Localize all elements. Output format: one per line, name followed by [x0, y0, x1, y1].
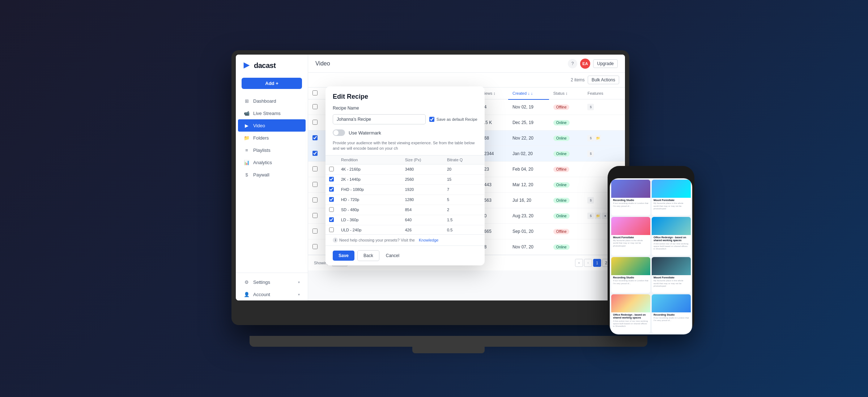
rendition-row: SD - 480p 854 2: [326, 205, 485, 215]
phone-content: Recording Studio If our recording studio…: [610, 178, 692, 334]
phone-card-image: [652, 257, 691, 275]
rendition-row: FHD - 1080p 1920 7: [326, 184, 485, 195]
upgrade-button[interactable]: Upgrade: [593, 59, 618, 68]
sidebar-item-playlists[interactable]: ≡ Playlists: [238, 144, 306, 156]
col-status[interactable]: Status ↕: [549, 87, 583, 99]
save-button[interactable]: Save: [333, 251, 354, 261]
phone-card[interactable]: Recording Studio If our recording studio…: [652, 294, 691, 333]
rendition-checkbox[interactable]: [329, 227, 334, 232]
rendition-checkbox[interactable]: [329, 197, 334, 202]
sidebar-item-label: Paywall: [253, 172, 269, 178]
rendition-name: 4K - 2160p: [337, 164, 401, 174]
row-created: Sep 01, 20: [508, 224, 549, 239]
select-all-checkbox[interactable]: [312, 90, 318, 95]
page-first-button[interactable]: «: [575, 259, 583, 267]
feature-icon[interactable]: 📁: [595, 213, 601, 219]
sidebar-item-live-streams[interactable]: 📹 Live Streams: [238, 107, 306, 119]
back-button[interactable]: Back: [357, 250, 379, 261]
rendition-size: 2560: [401, 174, 443, 184]
sidebar-item-label: Video: [253, 123, 265, 128]
rendition-name: SD - 480p: [337, 205, 401, 215]
row-created: Feb 04, 20: [508, 162, 549, 177]
status-badge: Online: [553, 244, 570, 250]
rendition-checkbox[interactable]: [329, 217, 334, 222]
phone-card[interactable]: Recording Studio If our recording studio…: [611, 180, 650, 215]
logo: dacast: [236, 60, 308, 78]
phone-card[interactable]: Mount Forestlake My favourite place in t…: [611, 217, 650, 256]
sidebar-item-paywall[interactable]: $ Paywall: [238, 168, 306, 181]
feature-icon[interactable]: $: [587, 197, 594, 204]
phone-card-info: Recording Studio If our recording studio…: [611, 198, 650, 209]
rendition-checkbox[interactable]: [329, 167, 334, 171]
bulk-actions-button[interactable]: Bulk Actions: [588, 76, 619, 84]
save-default-checkbox[interactable]: [429, 117, 434, 122]
sidebar-item-folders[interactable]: 📁 Folders: [238, 132, 306, 144]
row-checkbox[interactable]: [312, 213, 318, 218]
bar-chart-icon: 📊: [244, 159, 250, 165]
info-icon: ℹ: [333, 238, 338, 243]
phone-card[interactable]: Mount Forestlake My favourite place in t…: [652, 180, 691, 215]
row-checkbox[interactable]: [312, 104, 318, 109]
sidebar-item-label: Dashboard: [253, 98, 276, 104]
rendition-checkbox[interactable]: [329, 207, 334, 212]
rendition-checkbox[interactable]: [329, 187, 334, 192]
feature-icon[interactable]: 📁: [595, 135, 601, 141]
laptop-stand: [412, 346, 485, 353]
row-checkbox[interactable]: [312, 197, 318, 202]
phone-card-desc: A live-action tour of our new working sp…: [613, 320, 648, 328]
phone-card-info: Mount Forestlake My favourite place in t…: [611, 235, 650, 248]
top-bar: Video ? EA Upgrade: [308, 55, 625, 73]
logo-text: dacast: [254, 61, 276, 70]
feature-icon[interactable]: $: [587, 135, 594, 141]
phone-card-image: [652, 294, 691, 312]
sidebar-item-settings[interactable]: ⚙ Settings ▾: [238, 276, 306, 288]
phone-card[interactable]: Office Redesign - based on shared workin…: [652, 217, 691, 256]
rendition-bitrate: 2: [443, 205, 485, 215]
sidebar-item-dashboard[interactable]: ⊞ Dashboard: [238, 95, 306, 107]
sidebar-item-account[interactable]: 👤 Account ▾: [238, 288, 306, 300]
modal-description: Provide your audience with the best view…: [326, 139, 485, 155]
phone-card-desc: My favourite place in the whole world th…: [613, 239, 648, 247]
sidebar: dacast Add + ⊞ Dashboard 📹 Live Streams …: [236, 55, 308, 300]
col-created[interactable]: Created ↓: [508, 87, 549, 99]
row-checkbox[interactable]: [312, 166, 318, 171]
cancel-button[interactable]: Cancel: [382, 251, 403, 261]
phone-card[interactable]: Office Redesign - based on shared workin…: [611, 294, 650, 333]
row-checkbox[interactable]: [312, 244, 318, 249]
row-checkbox[interactable]: [312, 135, 318, 140]
phone-card[interactable]: Recording Studio If our recording studio…: [611, 257, 650, 293]
status-badge: Offline: [553, 229, 570, 234]
feature-icon[interactable]: $: [587, 213, 594, 219]
row-checkbox[interactable]: [312, 120, 318, 125]
sidebar-item-video[interactable]: ▶ Video: [238, 119, 306, 132]
page-1-button[interactable]: 1: [593, 259, 601, 267]
knowledge-link[interactable]: Knowledge: [419, 238, 438, 242]
rendition-col-size: Size (Px): [401, 155, 443, 165]
phone-card-title: Recording Studio: [613, 276, 648, 279]
help-button[interactable]: ?: [568, 59, 577, 68]
watermark-row: Use Watermark: [326, 127, 485, 139]
status-badge: Online: [553, 182, 570, 188]
row-checkbox[interactable]: [312, 229, 318, 234]
row-checkbox[interactable]: [312, 151, 318, 156]
rendition-checkbox[interactable]: [329, 177, 334, 182]
feature-icon[interactable]: $: [587, 104, 594, 110]
rendition-size: 1280: [401, 195, 443, 205]
chevron-down-icon: ▾: [298, 280, 300, 284]
page-prev-button[interactable]: ‹: [584, 259, 592, 267]
sidebar-item-analytics[interactable]: 📊 Analytics: [238, 156, 306, 168]
row-created: Jul 16, 20: [508, 193, 549, 208]
recipe-name-input[interactable]: [333, 114, 426, 124]
phone-card-title: Mount Forestlake: [613, 236, 648, 239]
rendition-size: 854: [401, 205, 443, 215]
phone-card[interactable]: Mount Forestlake My favourite place in t…: [652, 257, 691, 293]
phone-card-title: Office Redesign - based on shared workin…: [613, 313, 648, 320]
add-button[interactable]: Add +: [242, 78, 302, 89]
phone-card-image: [611, 294, 650, 312]
feature-icon[interactable]: $: [587, 150, 594, 157]
watermark-toggle[interactable]: [333, 129, 345, 136]
phone-card-desc: If our recording studio in London that I…: [613, 279, 648, 285]
row-checkbox[interactable]: [312, 182, 318, 187]
sidebar-item-label: Settings: [253, 279, 270, 285]
status-badge: Online: [553, 136, 570, 141]
